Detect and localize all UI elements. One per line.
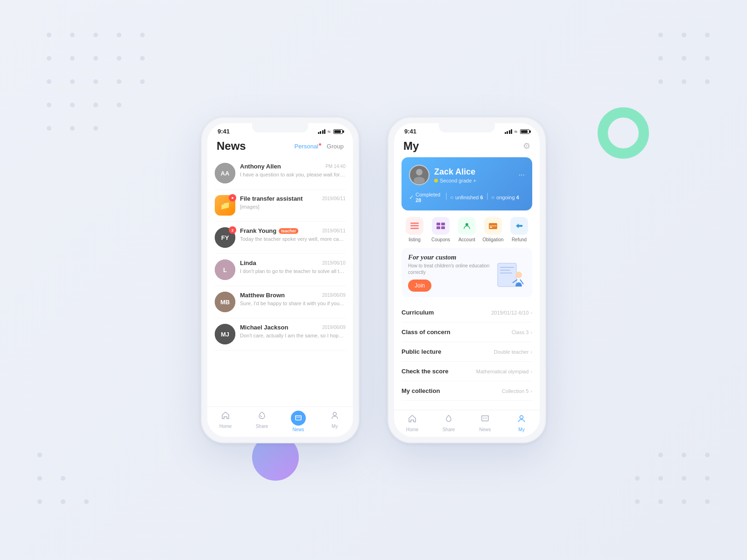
coupons-label: Coupons xyxy=(431,237,450,242)
phone-my-inner: 9:41 ≈ My xyxy=(394,123,540,437)
profile-avatar xyxy=(409,165,430,185)
nav1-home-label: Home xyxy=(219,424,232,429)
menu-class-label: Class of concern xyxy=(402,329,451,336)
badge-file: ● xyxy=(229,194,236,202)
svg-text:MB: MB xyxy=(220,299,230,306)
stat-ongoing: ○ ongoing 4 xyxy=(491,192,525,203)
nav1-my[interactable]: My xyxy=(317,411,353,432)
nav2-home[interactable]: Home xyxy=(394,414,430,432)
svg-rect-28 xyxy=(490,227,492,228)
phone1-app-content: News Personal Group AA xyxy=(207,137,353,406)
chat-body-frank: Frank Young teacher 2019/06/11 Today the… xyxy=(240,227,345,243)
svg-point-25 xyxy=(465,223,468,226)
nav1-home[interactable]: Home xyxy=(207,411,244,432)
profile-name: Zack Alice xyxy=(434,167,476,177)
chevron-icon-2: › xyxy=(530,349,532,355)
nav2-home-label: Home xyxy=(406,427,419,432)
nav2-share[interactable]: Share xyxy=(430,414,467,432)
home-icon2 xyxy=(408,414,417,426)
chat-item-frank[interactable]: FY 2 Frank Young teacher 2019/06/11 xyxy=(215,222,345,254)
promo-title: For your custom xyxy=(408,253,493,261)
svg-point-39 xyxy=(520,416,523,419)
menu-score-value: Mathematical olympiad › xyxy=(476,369,532,374)
svg-rect-32 xyxy=(500,273,512,273)
join-button[interactable]: Join xyxy=(408,280,431,292)
green-circle-decoration xyxy=(598,107,649,159)
news-header: News Personal Group xyxy=(207,137,353,157)
account-label: Account xyxy=(458,237,475,242)
chat-item-michael[interactable]: MJ Michael Jackson 2019/06/09 Don't care… xyxy=(215,318,345,350)
chat-msg-anthony: I have a question to ask you, please wai… xyxy=(240,171,345,178)
chat-time-frank: 2019/06/11 xyxy=(322,228,345,233)
chat-body-file: File transfer assistant 2019/06/11 [imag… xyxy=(240,195,345,210)
chat-item-linda[interactable]: L Linda 2019/06/10 I don't plan to go to… xyxy=(215,254,345,286)
stat-unfinished: ○ unfinished 6 xyxy=(450,192,484,203)
svg-text:L: L xyxy=(223,266,227,273)
refund-icon xyxy=(510,217,528,235)
stat-divider2: | xyxy=(486,192,488,203)
nav2-my-label: My xyxy=(518,427,524,432)
chat-item-matthew[interactable]: MB Matthew Brown 2019/06/09 Sure, I'd be… xyxy=(215,286,345,318)
ongoing-icon: ○ xyxy=(491,194,494,201)
svg-point-11 xyxy=(296,417,297,418)
phone2-signal xyxy=(505,129,513,134)
nav1-news-label: News xyxy=(292,427,304,432)
tab-personal[interactable]: Personal xyxy=(295,143,321,150)
chat-item-anthony[interactable]: AA Anthony Allen PM 14:40 I have a quest… xyxy=(215,157,345,189)
gear-icon[interactable]: ⚙ xyxy=(523,141,530,151)
svg-rect-31 xyxy=(500,270,510,271)
menu-public-lecture[interactable]: Public lecture Double teacher › xyxy=(402,342,532,362)
svg-text:FY: FY xyxy=(221,234,229,241)
svg-point-33 xyxy=(515,272,522,278)
phone1-wifi-icon: ≈ xyxy=(327,128,331,135)
avatar-anthony: AA xyxy=(215,163,235,183)
grade-dot xyxy=(434,179,438,182)
menu-curriculum[interactable]: Curriculum 2019/01/12-6/10 › xyxy=(402,303,532,322)
svg-rect-20 xyxy=(410,228,419,229)
my-header: My ⚙ xyxy=(394,137,540,157)
quick-coupons[interactable]: Coupons xyxy=(428,217,454,242)
svg-rect-23 xyxy=(437,226,440,229)
quick-listing[interactable]: listing xyxy=(402,217,428,242)
quick-icons: listing Coupons Account xyxy=(394,217,540,242)
chat-body-michael: Michael Jackson 2019/06/09 Don't care, a… xyxy=(240,324,345,339)
tab-group[interactable]: Group xyxy=(327,143,344,150)
chat-time-linda: 2019/06/10 xyxy=(322,260,345,266)
menu-collection[interactable]: My collection Collection 5 › xyxy=(402,381,532,401)
svg-rect-27 xyxy=(489,225,497,226)
menu-lecture-value: Double teacher › xyxy=(494,349,532,355)
menu-class-concern[interactable]: Class of concern Class 3 › xyxy=(402,322,532,342)
nav2-news[interactable]: News xyxy=(467,414,503,432)
quick-obligation[interactable]: Obligation xyxy=(480,217,506,242)
svg-point-16 xyxy=(416,169,423,175)
svg-rect-22 xyxy=(441,223,445,225)
home-icon xyxy=(221,411,230,422)
chat-name-linda: Linda xyxy=(240,259,256,266)
chevron-icon-1: › xyxy=(530,329,532,335)
phone1-bottom-nav: Home Share xyxy=(207,406,353,437)
news-active-indicator xyxy=(291,411,306,426)
nav1-news[interactable]: News xyxy=(280,411,317,432)
profile-more-icon[interactable]: ··· xyxy=(519,171,525,179)
chevron-icon-3: › xyxy=(530,369,532,374)
menu-check-score[interactable]: Check the score Mathematical olympiad › xyxy=(402,362,532,381)
quick-refund[interactable]: Refund xyxy=(506,217,532,242)
profile-grade: Second grade + xyxy=(434,178,476,183)
chat-body-matthew: Matthew Brown 2019/06/09 Sure, I'd be ha… xyxy=(240,292,345,307)
chat-name-michael: Michael Jackson xyxy=(240,324,288,331)
nav1-share[interactable]: Share xyxy=(244,411,280,432)
phone2-notch xyxy=(439,123,495,133)
chat-item-file[interactable]: 📁 ● File transfer assistant 2019/06/11 [… xyxy=(215,189,345,222)
menu-curriculum-label: Curriculum xyxy=(402,309,434,316)
svg-rect-29 xyxy=(498,263,516,287)
nav2-my[interactable]: My xyxy=(503,414,540,432)
news-title: News xyxy=(217,140,246,153)
badge-frank: 2 xyxy=(229,226,236,234)
menu-collection-label: My collection xyxy=(402,387,440,394)
account-icon xyxy=(458,217,476,235)
news-tabs: Personal Group xyxy=(295,143,344,150)
svg-rect-19 xyxy=(410,225,419,227)
quick-account[interactable]: Account xyxy=(454,217,480,242)
phone1-time: 9:41 xyxy=(218,128,230,135)
svg-rect-30 xyxy=(500,267,514,268)
